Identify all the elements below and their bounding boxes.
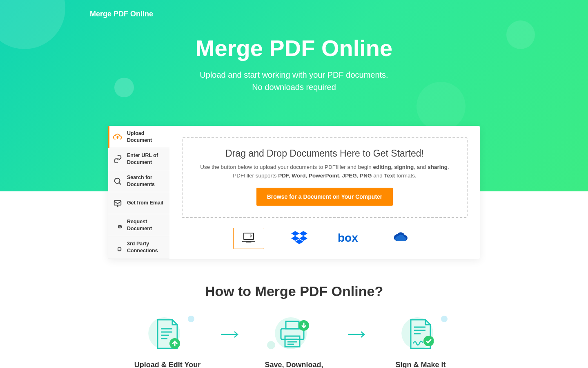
tab-label: Enter URL of Document — [127, 152, 165, 166]
cloud-upload-icon — [113, 132, 122, 141]
subtitle-line: Upload and start working with your PDF d… — [0, 69, 588, 81]
tab-enter-url[interactable]: Enter URL of Document — [108, 148, 169, 170]
how-title: How to Merge PDF Online? — [0, 283, 588, 299]
svg-rect-8 — [244, 233, 254, 240]
tab-search-documents[interactable]: Search for Documents — [108, 170, 169, 192]
dropzone-title: Drag and Drop Documents Here to Get Star… — [191, 148, 459, 159]
tab-label: 3rd Party Connections — [127, 240, 165, 254]
search-icon — [113, 177, 122, 186]
decor-bubble — [416, 82, 466, 131]
svg-rect-1 — [114, 200, 121, 205]
decor-bubble — [114, 78, 134, 97]
upload-card: Upload Document Enter URL of Document Se… — [108, 126, 480, 259]
box-icon: box — [338, 231, 362, 246]
source-computer[interactable] — [233, 228, 264, 249]
step-title: Save, Download, — [253, 360, 335, 368]
tab-label: Search for Documents — [127, 174, 165, 188]
how-section: How to Merge PDF Online? Upload & Edit Y… — [0, 283, 588, 368]
dropbox-icon — [291, 230, 307, 247]
tab-label: Upload Document — [127, 130, 165, 144]
tab-label: Request Document — [127, 218, 165, 232]
svg-rect-4 — [114, 244, 117, 247]
svg-rect-5 — [118, 244, 121, 247]
source-box[interactable]: box — [334, 228, 365, 249]
request-icon — [113, 221, 122, 230]
upload-main-panel: Drag and Drop Documents Here to Get Star… — [169, 126, 480, 259]
sign-document-icon — [380, 316, 461, 352]
dropzone-description: Use the button below to upload your docu… — [191, 163, 459, 180]
page-title: Merge PDF Online — [0, 35, 588, 61]
source-dropbox[interactable] — [284, 228, 315, 249]
page-subtitle: Upload and start working with your PDF d… — [0, 69, 588, 93]
onedrive-icon — [392, 231, 410, 245]
svg-rect-15 — [281, 329, 304, 339]
svg-point-2 — [115, 222, 118, 225]
steps-row: Upload & Edit Your Save, Download, Sign … — [90, 316, 498, 368]
printer-icon — [253, 316, 335, 352]
browse-button[interactable]: Browse for a Document on Your Computer — [256, 188, 393, 206]
source-onedrive[interactable] — [385, 228, 416, 249]
tab-3rd-party[interactable]: 3rd Party Connections — [108, 236, 169, 258]
email-icon — [113, 199, 122, 208]
dropzone[interactable]: Drag and Drop Documents Here to Get Star… — [182, 137, 468, 218]
laptop-icon — [241, 231, 256, 245]
svg-rect-16 — [286, 321, 299, 329]
svg-rect-6 — [114, 247, 117, 250]
step-title: Sign & Make It — [380, 360, 461, 368]
svg-text:box: box — [338, 231, 358, 244]
tab-upload-document[interactable]: Upload Document — [108, 126, 169, 148]
upload-document-icon — [127, 316, 208, 352]
upload-tabs-sidebar: Upload Document Enter URL of Document Se… — [108, 126, 169, 259]
step-title: Upload & Edit Your — [127, 360, 208, 368]
decor-bubble — [506, 20, 535, 49]
connections-icon — [113, 243, 122, 252]
subtitle-line: No downloads required — [0, 81, 588, 93]
brand-title: Merge PDF Online — [0, 0, 588, 18]
step-upload-edit: Upload & Edit Your — [127, 316, 208, 368]
svg-rect-7 — [118, 247, 121, 250]
svg-point-0 — [115, 178, 120, 183]
arrow-icon — [220, 330, 241, 340]
tab-request-document[interactable]: Request Document — [108, 214, 169, 236]
link-icon — [113, 155, 122, 164]
tab-label: Get from Email — [127, 200, 163, 206]
svg-point-25 — [423, 336, 434, 346]
tab-get-from-email[interactable]: Get from Email — [108, 192, 169, 214]
arrow-icon — [347, 330, 368, 340]
source-selector: box — [182, 228, 468, 249]
step-sign: Sign & Make It — [380, 316, 461, 368]
step-save-download: Save, Download, — [253, 316, 335, 368]
